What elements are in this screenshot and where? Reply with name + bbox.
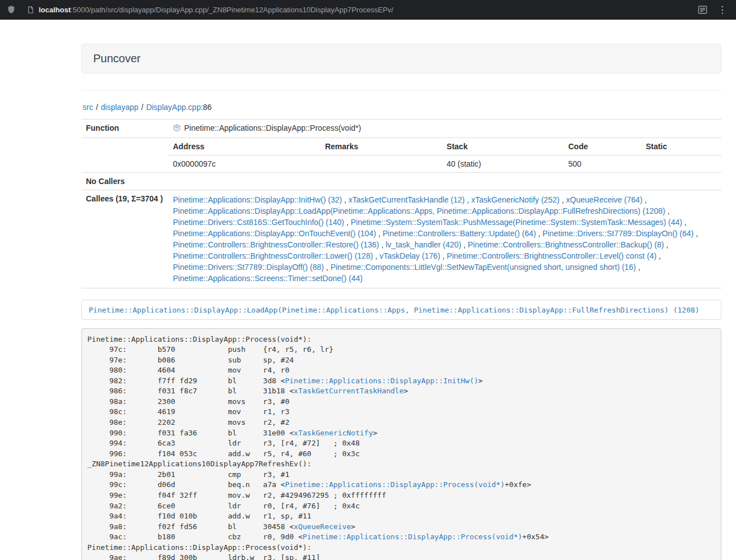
callees-label: Callees (19, Σ=3704 ) [81, 190, 168, 288]
stats-value-row: 0x0000097c 40 (static) 500 [168, 155, 721, 173]
callee-link[interactable]: Pinetime::Drivers::St7789::DisplayOff() … [173, 263, 324, 272]
callee-link[interactable]: xQueueReceive (764) [566, 195, 642, 204]
disassembly-symbol-link[interactable]: xQueueReceive [294, 522, 351, 531]
column-code: Code [564, 138, 641, 155]
stats-row: Address Remarks Stack Code Static 0x0000… [81, 138, 721, 173]
column-static: Static [641, 138, 721, 155]
disassembly-symbol-link[interactable]: Pinetime::Applications::DisplayApp::Init… [285, 377, 478, 385]
breadcrumb-separator: / [96, 103, 98, 112]
callee-link[interactable]: Pinetime::Controllers::BrightnessControl… [173, 240, 379, 249]
callee-link[interactable]: Pinetime::Applications::DisplayApp::Load… [173, 206, 665, 215]
breadcrumb: src/displayapp/DisplayApp.cpp:86 [83, 103, 721, 112]
highlighted-callee-link[interactable]: Pinetime::Applications::DisplayApp::Load… [89, 306, 700, 314]
breadcrumb-link-file[interactable]: DisplayApp.cpp [146, 103, 200, 112]
callee-link[interactable]: lv_task_handler (420) [386, 240, 461, 249]
function-name: Pinetime::Applications::DisplayApp::Proc… [184, 123, 361, 132]
callee-link[interactable]: Pinetime::Controllers::BrightnessControl… [468, 240, 664, 249]
column-address: Address [168, 138, 321, 155]
stats-header-row: Address Remarks Stack Code Static [168, 138, 721, 155]
browser-toolbar: localhost:5000/path/src/displayapp/Displ… [0, 0, 736, 20]
value-code: 500 [564, 155, 641, 173]
divider [81, 90, 721, 91]
no-callers-row: No Callers [81, 173, 721, 190]
callee-link[interactable]: Pinetime::Drivers::St7789::DisplayOn() (… [542, 229, 693, 238]
stats-table: Address Remarks Stack Code Static 0x0000… [168, 138, 721, 172]
column-stack: Stack [442, 138, 564, 155]
url-host: localhost [39, 6, 71, 14]
callee-link[interactable]: xTaskGetCurrentTaskHandle (12) [349, 195, 465, 204]
disassembly-symbol-link[interactable]: Pinetime::Applications::DisplayApp::Proc… [303, 533, 522, 541]
reader-mode-icon[interactable] [698, 6, 707, 14]
column-remarks: Remarks [321, 138, 442, 155]
toolbar-actions: ⋮ [698, 5, 729, 15]
breadcrumb-link-displayapp[interactable]: displayapp [101, 103, 139, 112]
callee-link[interactable]: Pinetime::Applications::Screens::Timer::… [173, 274, 363, 283]
callees-list: Pinetime::Applications::DisplayApp::Init… [173, 194, 717, 284]
callee-link[interactable]: vTaskDelay (176) [380, 251, 440, 260]
function-row: Function Pinetime::Applications::Display… [81, 120, 721, 138]
disassembly-symbol-link[interactable]: Pinetime::Applications::DisplayApp::Proc… [285, 480, 505, 489]
no-callers-label: No Callers [81, 173, 168, 190]
callee-link[interactable]: Pinetime::System::SystemTask::PushMessag… [351, 218, 683, 227]
breadcrumb-separator: / [141, 103, 144, 112]
breadcrumb-link-src[interactable]: src [83, 103, 93, 112]
page-icon [27, 6, 34, 14]
value-remarks [321, 155, 442, 173]
callee-link[interactable]: Pinetime::Drivers::Cst816S::GetTouchInfo… [173, 218, 344, 227]
breadcrumb-line-number: :86 [201, 103, 212, 112]
callee-link[interactable]: Pinetime::Applications::DisplayApp::OnTo… [173, 229, 376, 238]
shield-icon[interactable] [7, 4, 16, 15]
url-path: :5000/path/src/displayapp/DisplayApp.cpp… [71, 6, 394, 14]
callee-link[interactable]: Pinetime::Components::LittleVgl::SetNewT… [331, 263, 636, 272]
address-bar[interactable]: localhost:5000/path/src/displayapp/Displ… [27, 6, 698, 14]
callee-link[interactable]: Pinetime::Controllers::BrightnessControl… [173, 251, 373, 260]
callees-row: Callees (19, Σ=3704 ) Pinetime::Applicat… [81, 190, 721, 288]
disassembly-pre: Pinetime::Applications::DisplayApp::Proc… [81, 328, 721, 560]
value-static [641, 155, 721, 173]
callee-link[interactable]: Pinetime::Controllers::BrightnessControl… [447, 251, 656, 260]
url-text: localhost:5000/path/src/displayapp/Displ… [39, 6, 394, 14]
page-container: Puncover src/displayapp/DisplayApp.cpp:8… [81, 44, 721, 560]
highlighted-callee-box: Pinetime::Applications::DisplayApp::Load… [81, 300, 721, 320]
page-title: Puncover [93, 52, 141, 65]
app-header: Puncover [81, 44, 721, 74]
disassembly-symbol-link[interactable]: xTaskGetCurrentTaskHandle [294, 387, 404, 395]
function-type-icon [173, 124, 181, 134]
overflow-menu-icon[interactable]: ⋮ [717, 5, 727, 15]
callee-link[interactable]: Pinetime::Controllers::Battery::Update()… [383, 229, 536, 238]
function-row-label: Function [81, 120, 168, 138]
callee-link[interactable]: xTaskGenericNotify (252) [471, 195, 559, 204]
value-stack: 40 (static) [442, 155, 564, 173]
value-address: 0x0000097c [168, 155, 321, 173]
callee-link[interactable]: Pinetime::Applications::DisplayApp::Init… [173, 195, 342, 204]
symbol-table: Function Pinetime::Applications::Display… [81, 119, 721, 288]
disassembly-symbol-link[interactable]: xTaskGenericNotify [294, 429, 373, 437]
